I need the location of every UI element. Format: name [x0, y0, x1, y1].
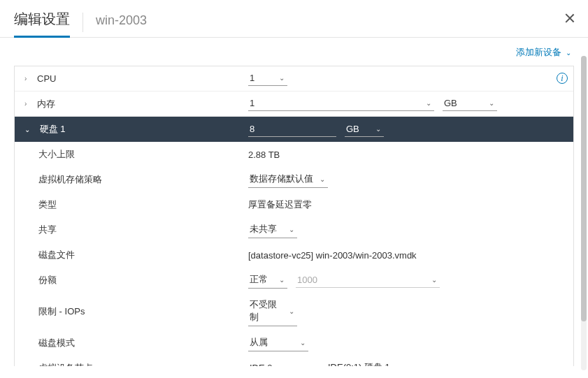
disk-limit-row: 限制 - IOPs 不受限制 ⌄ — [15, 293, 573, 330]
dialog-header: 编辑设置 win-2003 — [0, 0, 588, 38]
chevron-down-icon: ⌄ — [279, 276, 285, 284]
disk-shares-num-select[interactable]: 1000 ⌄ — [296, 273, 440, 288]
dialog-title: 编辑设置 — [14, 10, 70, 38]
disk-type-value: 厚置备延迟置零 — [248, 198, 564, 211]
cpu-row[interactable]: › CPU 1 ⌄ i — [15, 66, 573, 92]
disk-storage-policy-row: 虚拟机存储策略 数据存储默认值 ⌄ — [15, 167, 573, 192]
chevron-down-icon: ⌄ — [489, 99, 494, 107]
disk-shares-row: 份额 正常 ⌄ 1000 ⌄ — [15, 268, 573, 293]
disk-sharing-value: 未共享 — [250, 223, 285, 235]
chevron-down-icon: ⌄ — [279, 74, 285, 82]
disk-shares-value: 正常 — [250, 273, 275, 286]
disk-type-label: 类型 — [38, 198, 248, 211]
disk-mode-label: 磁盘模式 — [38, 337, 248, 349]
memory-unit: GB — [444, 98, 485, 108]
disk-limit-value: 不受限制 — [250, 298, 285, 324]
chevron-down-icon: ⌄ — [310, 364, 315, 367]
add-device-label: 添加新设备 — [516, 47, 561, 57]
disk-node-unit-select[interactable]: IDE(0:1) 硬盘 1 ⌄ — [327, 360, 478, 366]
memory-value: 1 — [250, 98, 422, 108]
disk-mode-select[interactable]: 从属 ⌄ — [248, 335, 308, 351]
chevron-down-icon: ⌄ — [289, 307, 294, 315]
close-icon[interactable] — [564, 13, 575, 24]
chevron-down-icon: ⌄ — [426, 99, 431, 107]
disk-file-row: 磁盘文件 [datastore-vc25] win-2003/win-2003.… — [15, 242, 573, 268]
disk-storage-policy-value: 数据存储默认值 — [250, 173, 315, 185]
disk-file-value: [datastore-vc25] win-2003/win-2003.vmdk — [248, 250, 564, 261]
disk-max-size-row: 大小上限 2.88 TB — [15, 142, 573, 167]
disk-limit-label: 限制 - IOPs — [38, 305, 248, 318]
chevron-down-icon: ⌄ — [469, 364, 475, 367]
content-area: 添加新设备 ⌄ › CPU 1 ⌄ i › 内存 — [0, 38, 588, 373]
vm-name-label: win-2003 — [96, 13, 147, 35]
chevron-down-icon: ⌄ — [289, 226, 294, 233]
disk-node-controller-select[interactable]: IDE 0 ⌄ — [248, 361, 318, 367]
scrollbar-track[interactable] — [581, 56, 587, 370]
disk-storage-policy-label: 虚拟机存储策略 — [38, 173, 248, 186]
disk-sharing-row: 共享 未共享 ⌄ — [15, 217, 573, 242]
info-icon[interactable]: i — [557, 73, 568, 84]
chevron-down-icon: ⌄ — [431, 276, 437, 284]
disk-sharing-label: 共享 — [38, 224, 248, 236]
disk-file-label: 磁盘文件 — [38, 249, 248, 261]
disk-shares-select[interactable]: 正常 ⌄ — [248, 272, 287, 289]
memory-label: 内存 — [37, 98, 55, 110]
cpu-select[interactable]: 1 ⌄ — [248, 71, 287, 86]
chevron-down-icon: ⌄ — [300, 339, 306, 347]
disk-max-size-label: 大小上限 — [38, 148, 248, 161]
disk-node-label: 虚拟设备节点 — [38, 362, 248, 366]
disk-storage-policy-select[interactable]: 数据存储默认值 ⌄ — [248, 171, 328, 188]
disk1-label: 硬盘 1 — [40, 124, 66, 134]
chevron-right-icon: › — [24, 75, 33, 82]
chevron-down-icon: ⌄ — [320, 175, 325, 183]
disk-shares-num: 1000 — [297, 275, 427, 285]
disk-max-size-value: 2.88 TB — [248, 150, 564, 160]
disk-limit-select[interactable]: 不受限制 ⌄ — [248, 297, 297, 326]
disk1-unit: GB — [346, 124, 371, 134]
disk-shares-label: 份额 — [38, 274, 248, 286]
disk-type-row: 类型 厚置备延迟置零 — [15, 192, 573, 217]
chevron-down-icon: ⌄ — [24, 126, 33, 133]
scrollbar-thumb[interactable] — [581, 56, 587, 321]
chevron-down-icon: ⌄ — [375, 125, 381, 133]
disk-mode-value: 从属 — [250, 336, 296, 349]
cpu-value: 1 — [250, 73, 275, 83]
disk-mode-row: 磁盘模式 从属 ⌄ — [15, 330, 573, 356]
memory-row[interactable]: › 内存 1 ⌄ GB ⌄ — [15, 92, 573, 117]
add-device-button[interactable]: 添加新设备 ⌄ — [516, 47, 571, 57]
chevron-right-icon: › — [24, 100, 33, 108]
disk-node-row: 虚拟设备节点 IDE 0 ⌄ IDE(0:1) 硬盘 1 ⌄ — [15, 356, 573, 366]
settings-list: › CPU 1 ⌄ i › 内存 1 ⌄ — [14, 66, 574, 366]
disk1-size-value: 8 — [250, 124, 334, 134]
cpu-label: CPU — [37, 73, 56, 84]
disk-sharing-select[interactable]: 未共享 ⌄ — [248, 221, 297, 238]
add-device-row: 添加新设备 ⌄ — [14, 38, 574, 66]
disk1-unit-select[interactable]: GB ⌄ — [345, 122, 384, 137]
disk1-size-input[interactable]: 8 — [248, 122, 336, 137]
memory-unit-select[interactable]: GB ⌄ — [443, 96, 497, 111]
memory-value-select[interactable]: 1 ⌄ — [248, 96, 434, 111]
disk-node-controller: IDE 0 — [250, 363, 306, 367]
disk-node-unit: IDE(0:1) 硬盘 1 — [328, 361, 465, 366]
chevron-down-icon: ⌄ — [566, 49, 571, 57]
disk1-row[interactable]: ⌄ 硬盘 1 8 GB ⌄ — [15, 117, 573, 142]
title-divider — [83, 13, 83, 32]
